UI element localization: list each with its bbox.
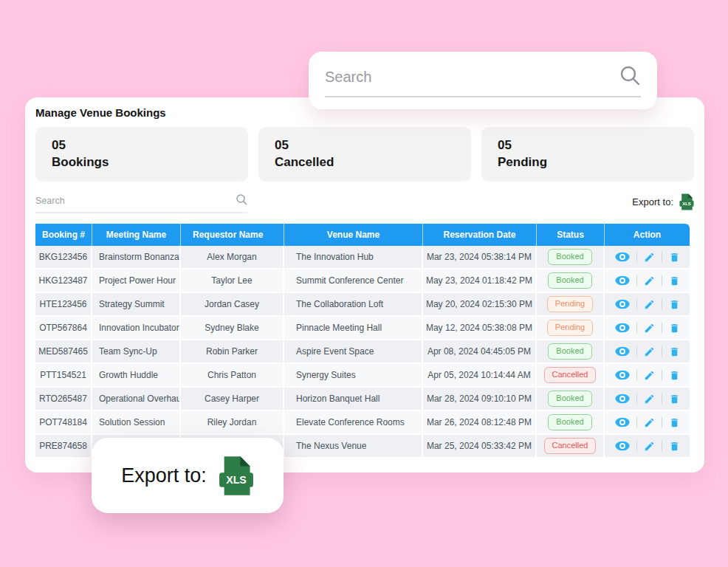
stat-count: 05 xyxy=(498,137,694,154)
cell-venue-name: The Collaboration Loft xyxy=(284,293,423,317)
table-search-input[interactable] xyxy=(35,196,236,206)
table-row: BKG123456 Brainstorm Bonanza Alex Morgan… xyxy=(35,246,690,269)
action-divider xyxy=(662,441,662,451)
cell-requestor-name: Casey Harper xyxy=(181,388,284,411)
cell-status: Pending xyxy=(537,317,605,340)
cell-status: Cancelled xyxy=(537,435,605,458)
cell-venue-name: Summit Conference Center xyxy=(284,269,423,293)
delete-button[interactable] xyxy=(669,275,680,286)
table-column-header: Reservation Date xyxy=(423,224,537,246)
cell-venue-name: Synergy Suites xyxy=(284,364,423,388)
edit-button[interactable] xyxy=(644,299,655,310)
cell-reservation-date: May 23, 2024 01:18:42 PM xyxy=(423,269,537,293)
cell-requestor-name: Robin Parker xyxy=(181,340,284,364)
cell-venue-name: Aspire Event Space xyxy=(284,340,423,364)
edit-button[interactable] xyxy=(644,417,655,428)
edit-button[interactable] xyxy=(644,346,655,357)
cell-status: Cancelled xyxy=(537,364,605,388)
cell-action xyxy=(605,364,690,388)
delete-button[interactable] xyxy=(669,299,680,310)
action-divider xyxy=(636,441,637,451)
delete-button[interactable] xyxy=(669,441,680,452)
cell-reservation-date: Mar 23, 2024 05:38:14 PM xyxy=(423,246,537,269)
status-badge: Booked xyxy=(548,391,591,407)
view-button[interactable] xyxy=(615,299,630,309)
edit-button[interactable] xyxy=(644,370,655,381)
stat-label: Bookings xyxy=(52,154,248,171)
delete-button[interactable] xyxy=(669,346,680,357)
cell-action xyxy=(605,435,690,458)
cell-requestor-name: Sydney Blake xyxy=(181,317,284,340)
edit-button[interactable] xyxy=(644,275,655,286)
cell-requestor-name: Riley Jordan xyxy=(181,411,284,435)
action-divider xyxy=(636,275,637,286)
magnifier-icon xyxy=(619,64,641,89)
stat-count: 05 xyxy=(275,137,471,154)
table-row: MED587465 Team Sync-Up Robin Parker Aspi… xyxy=(35,340,690,364)
cell-reservation-date: Mar 28, 2024 09:10:10 PM xyxy=(423,388,537,411)
delete-button[interactable] xyxy=(669,417,680,428)
stat-count: 05 xyxy=(52,137,248,154)
table-body: BKG123456 Brainstorm Bonanza Alex Morgan… xyxy=(35,246,690,458)
stat-label: Cancelled xyxy=(275,154,471,171)
view-button[interactable] xyxy=(615,441,630,451)
view-button[interactable] xyxy=(615,275,630,286)
status-badge: Pending xyxy=(547,320,593,336)
delete-button[interactable] xyxy=(669,252,680,263)
cell-booking-number: OTP567864 xyxy=(35,317,92,340)
bookings-table: Booking #Meeting NameRequestor NameVenue… xyxy=(35,224,690,458)
table-column-header: Meeting Name xyxy=(92,224,181,246)
stat-card: 05 Cancelled xyxy=(258,127,471,182)
view-button[interactable] xyxy=(615,370,630,380)
xls-file-icon[interactable]: XLS xyxy=(219,456,254,496)
cell-meeting-name: Project Power Hour xyxy=(92,269,181,293)
edit-button[interactable] xyxy=(644,252,655,263)
cell-venue-name: Elevate Conference Rooms xyxy=(284,411,423,435)
export-popup[interactable]: Export to: XLS xyxy=(92,438,284,513)
delete-button[interactable] xyxy=(669,370,680,381)
view-button[interactable] xyxy=(615,346,630,357)
edit-button[interactable] xyxy=(644,323,655,334)
cell-reservation-date: Apr 08, 2024 04:45:05 PM xyxy=(423,340,537,364)
xls-file-icon[interactable]: XLS xyxy=(679,193,694,210)
status-badge: Booked xyxy=(548,272,591,289)
delete-button[interactable] xyxy=(669,323,680,334)
floating-search-input[interactable] xyxy=(325,69,619,86)
cell-action xyxy=(605,340,690,364)
table-toolbar: Export to: XLS xyxy=(35,189,694,214)
stat-card: 05 Pending xyxy=(481,127,694,182)
cell-action xyxy=(605,317,690,340)
stats-row: 05 Bookings 05 Cancelled 05 Pending xyxy=(35,127,694,182)
view-button[interactable] xyxy=(615,417,630,427)
table-column-header: Venue Name xyxy=(284,224,423,246)
cell-venue-name: The Innovation Hub xyxy=(284,246,423,269)
status-badge: Booked xyxy=(548,249,591,265)
table-row: POT748184 Solution Session Riley Jordan … xyxy=(35,411,690,435)
cell-meeting-name: Team Sync-Up xyxy=(92,340,181,364)
action-divider xyxy=(662,275,662,286)
view-button[interactable] xyxy=(615,394,630,404)
status-badge: Pending xyxy=(547,296,593,312)
cell-action xyxy=(605,388,690,411)
cell-venue-name: Pinnacle Meeting Hall xyxy=(284,317,423,340)
action-divider xyxy=(636,394,637,404)
magnifier-icon xyxy=(236,193,247,208)
edit-button[interactable] xyxy=(644,441,655,452)
cell-reservation-date: May 20, 2024 02:15:30 PM xyxy=(423,293,537,317)
cell-venue-name: The Nexus Venue xyxy=(284,435,423,458)
cell-booking-number: RTO265487 xyxy=(35,388,92,411)
view-button[interactable] xyxy=(615,252,630,262)
floating-search-field xyxy=(325,58,641,97)
cell-reservation-date: May 12, 2024 05:38:08 PM xyxy=(423,317,537,340)
delete-button[interactable] xyxy=(669,394,680,405)
edit-button[interactable] xyxy=(644,394,655,405)
action-divider xyxy=(662,323,662,333)
cell-booking-number: PTT154521 xyxy=(35,364,92,388)
action-divider xyxy=(636,252,637,262)
xls-icon-text: XLS xyxy=(226,474,247,486)
cell-reservation-date: Mar 25, 2024 05:33:42 PM xyxy=(423,435,537,458)
status-badge: Booked xyxy=(548,414,591,430)
status-badge: Cancelled xyxy=(544,367,597,383)
action-divider xyxy=(662,394,662,404)
view-button[interactable] xyxy=(615,323,630,333)
